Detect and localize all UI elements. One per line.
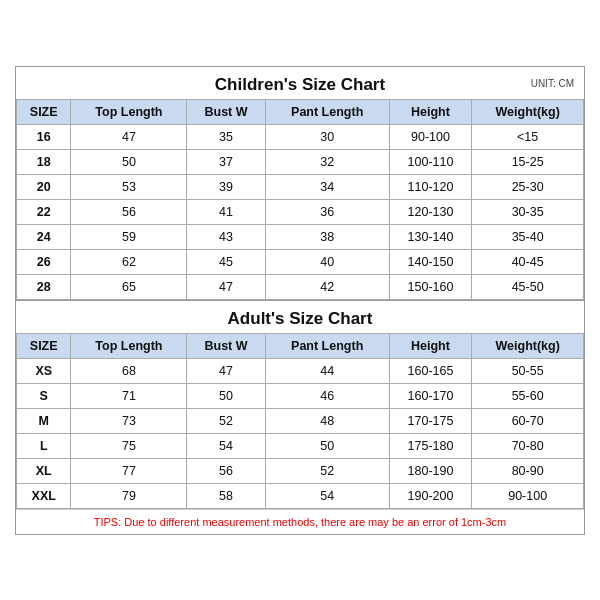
children-title: Children's Size Chart	[16, 75, 584, 95]
table-cell: 54	[265, 483, 389, 508]
table-cell: 58	[187, 483, 265, 508]
table-cell: 100-110	[389, 149, 472, 174]
table-cell: 56	[71, 199, 187, 224]
table-cell: 30	[265, 124, 389, 149]
table-cell: 45-50	[472, 274, 584, 299]
col-pant-length-adult: Pant Length	[265, 333, 389, 358]
table-cell: 140-150	[389, 249, 472, 274]
table-cell: 73	[71, 408, 187, 433]
tips-text: TIPS: Due to different measurement metho…	[16, 509, 584, 534]
table-cell: 90-100	[472, 483, 584, 508]
table-cell: 75	[71, 433, 187, 458]
table-cell: 45	[187, 249, 265, 274]
col-top-length-adult: Top Length	[71, 333, 187, 358]
col-size-adult: SIZE	[17, 333, 71, 358]
col-size: SIZE	[17, 99, 71, 124]
adult-title: Adult's Size Chart	[16, 309, 584, 329]
table-cell: XL	[17, 458, 71, 483]
table-cell: 25-30	[472, 174, 584, 199]
table-cell: 47	[71, 124, 187, 149]
table-cell: 77	[71, 458, 187, 483]
table-cell: XS	[17, 358, 71, 383]
table-cell: 90-100	[389, 124, 472, 149]
table-row: 20533934110-12025-30	[17, 174, 584, 199]
table-cell: 22	[17, 199, 71, 224]
children-section-header: Children's Size Chart UNIT: CM	[16, 67, 584, 99]
table-cell: 32	[265, 149, 389, 174]
table-cell: 42	[265, 274, 389, 299]
table-cell: 24	[17, 224, 71, 249]
table-cell: 37	[187, 149, 265, 174]
table-cell: 52	[265, 458, 389, 483]
table-cell: 160-165	[389, 358, 472, 383]
table-cell: XXL	[17, 483, 71, 508]
table-cell: 50	[71, 149, 187, 174]
table-cell: 70-80	[472, 433, 584, 458]
table-cell: 54	[187, 433, 265, 458]
table-cell: 41	[187, 199, 265, 224]
table-cell: 20	[17, 174, 71, 199]
table-cell: 50	[187, 383, 265, 408]
table-cell: 80-90	[472, 458, 584, 483]
table-row: 28654742150-16045-50	[17, 274, 584, 299]
table-cell: 30-35	[472, 199, 584, 224]
table-cell: 18	[17, 149, 71, 174]
col-height-adult: Height	[389, 333, 472, 358]
table-cell: 130-140	[389, 224, 472, 249]
children-table: SIZE Top Length Bust W Pant Length Heigh…	[16, 99, 584, 300]
table-cell: 50-55	[472, 358, 584, 383]
table-row: XL775652180-19080-90	[17, 458, 584, 483]
table-cell: 47	[187, 274, 265, 299]
adult-table: SIZE Top Length Bust W Pant Length Heigh…	[16, 333, 584, 509]
unit-label: UNIT: CM	[531, 77, 574, 88]
table-cell: 120-130	[389, 199, 472, 224]
table-cell: 65	[71, 274, 187, 299]
table-cell: 190-200	[389, 483, 472, 508]
table-row: XXL795854190-20090-100	[17, 483, 584, 508]
table-row: 22564136120-13030-35	[17, 199, 584, 224]
table-cell: 40-45	[472, 249, 584, 274]
adult-header-row: SIZE Top Length Bust W Pant Length Heigh…	[17, 333, 584, 358]
table-cell: 39	[187, 174, 265, 199]
table-row: 1647353090-100<15	[17, 124, 584, 149]
col-height: Height	[389, 99, 472, 124]
table-row: 18503732100-11015-25	[17, 149, 584, 174]
table-cell: 56	[187, 458, 265, 483]
col-bust-w-adult: Bust W	[187, 333, 265, 358]
table-cell: 150-160	[389, 274, 472, 299]
table-row: S715046160-17055-60	[17, 383, 584, 408]
table-cell: S	[17, 383, 71, 408]
table-cell: <15	[472, 124, 584, 149]
table-cell: 60-70	[472, 408, 584, 433]
table-cell: 175-180	[389, 433, 472, 458]
col-weight: Weight(kg)	[472, 99, 584, 124]
table-cell: 170-175	[389, 408, 472, 433]
table-cell: 110-120	[389, 174, 472, 199]
table-cell: 62	[71, 249, 187, 274]
table-cell: 180-190	[389, 458, 472, 483]
table-row: 26624540140-15040-45	[17, 249, 584, 274]
table-cell: 79	[71, 483, 187, 508]
table-cell: 59	[71, 224, 187, 249]
table-cell: 35	[187, 124, 265, 149]
table-cell: 15-25	[472, 149, 584, 174]
table-cell: L	[17, 433, 71, 458]
table-cell: 34	[265, 174, 389, 199]
table-cell: M	[17, 408, 71, 433]
table-cell: 55-60	[472, 383, 584, 408]
col-pant-length: Pant Length	[265, 99, 389, 124]
table-cell: 40	[265, 249, 389, 274]
table-cell: 50	[265, 433, 389, 458]
table-cell: 52	[187, 408, 265, 433]
table-cell: 35-40	[472, 224, 584, 249]
table-cell: 47	[187, 358, 265, 383]
adult-section-header: Adult's Size Chart	[16, 300, 584, 333]
table-row: M735248170-17560-70	[17, 408, 584, 433]
table-cell: 28	[17, 274, 71, 299]
table-cell: 43	[187, 224, 265, 249]
table-cell: 46	[265, 383, 389, 408]
table-cell: 36	[265, 199, 389, 224]
table-cell: 48	[265, 408, 389, 433]
table-row: L755450175-18070-80	[17, 433, 584, 458]
table-cell: 44	[265, 358, 389, 383]
